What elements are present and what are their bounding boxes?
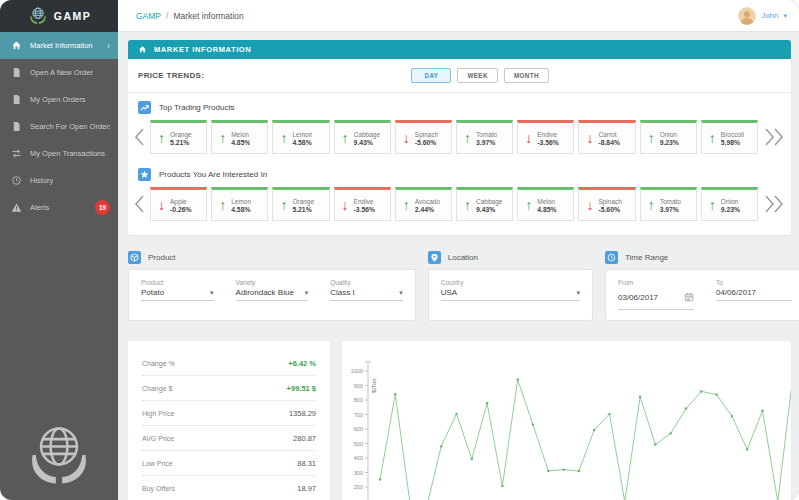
product-name: Cabbage bbox=[476, 198, 502, 205]
sidebar-item[interactable]: Alerts 19 bbox=[0, 194, 118, 221]
product-name: Orange bbox=[170, 131, 192, 138]
field-label: Country bbox=[441, 279, 580, 286]
product-ticker-card[interactable]: Onion 9.23% bbox=[701, 187, 758, 221]
sidebar-item-icon bbox=[11, 175, 22, 186]
sidebar-item[interactable]: Open A New Order bbox=[0, 59, 118, 86]
avatar bbox=[738, 7, 756, 25]
sidebar-item[interactable]: History bbox=[0, 167, 118, 194]
product-ticker-card[interactable]: Cabbage 9.43% bbox=[456, 187, 513, 221]
product-ticker-card[interactable]: Spinach -5.60% bbox=[578, 187, 635, 221]
sidebar-item[interactable]: My Open Orders bbox=[0, 86, 118, 113]
stat-label: High Price bbox=[142, 410, 174, 417]
trend-arrow-icon bbox=[158, 131, 165, 145]
field-value: Adirondack Blue bbox=[236, 288, 294, 297]
scroll-left-icon[interactable] bbox=[134, 193, 145, 215]
location-pin-icon bbox=[428, 251, 441, 264]
select-field[interactable]: Quality Class I ▾ bbox=[330, 279, 403, 310]
product-change-pct: 4.58% bbox=[292, 139, 312, 146]
period-button[interactable]: MONTH bbox=[504, 68, 549, 83]
product-ticker-card[interactable]: Onion 9.23% bbox=[640, 120, 697, 154]
sidebar-item-label: My Open Orders bbox=[30, 95, 110, 104]
period-button[interactable]: WEEK bbox=[457, 68, 498, 83]
stat-label: Buy Offers bbox=[142, 485, 175, 492]
product-change-pct: -5.60% bbox=[598, 206, 622, 213]
select-field[interactable]: Product Potato ▾ bbox=[141, 279, 214, 310]
product-ticker-card[interactable]: Tomato 3.97% bbox=[456, 120, 513, 154]
sidebar-item-label: Search For Open Orders bbox=[30, 122, 110, 131]
field-label: To bbox=[716, 279, 792, 286]
date-from-field[interactable]: From 03/06/2017 bbox=[618, 279, 694, 310]
product-name: Orange bbox=[292, 198, 314, 205]
product-ticker-card[interactable]: Avocado 2.44% bbox=[395, 187, 452, 221]
period-toggle-group: DAYWEEKMONTH bbox=[411, 68, 549, 83]
topbar: GAMP / Market information John ▾ bbox=[118, 0, 799, 32]
stat-row: Change $ +99.51 $ bbox=[142, 376, 316, 401]
svg-text:200: 200 bbox=[354, 484, 363, 490]
product-ticker-card[interactable]: Melon 4.85% bbox=[517, 187, 574, 221]
stat-row: Buy Offers 18.97 bbox=[142, 476, 316, 500]
svg-text:900: 900 bbox=[354, 383, 363, 389]
chevron-down-icon: ▾ bbox=[399, 289, 403, 297]
user-name: John bbox=[761, 11, 778, 20]
product-ticker-card[interactable]: Cabbage 9.43% bbox=[334, 120, 391, 154]
product-ticker-card[interactable]: Orange 5.21% bbox=[272, 187, 329, 221]
sidebar-item[interactable]: Market Information › bbox=[0, 32, 118, 59]
trend-arrow-icon bbox=[403, 198, 410, 212]
scroll-left-icon[interactable] bbox=[134, 126, 145, 148]
alerts-badge: 19 bbox=[95, 200, 110, 215]
chevron-down-icon: ▾ bbox=[576, 289, 580, 297]
product-name: Tomato bbox=[476, 131, 497, 138]
scroll-right-icon[interactable] bbox=[763, 193, 785, 215]
trend-arrow-icon bbox=[648, 198, 655, 212]
breadcrumb: GAMP / Market information bbox=[136, 11, 244, 21]
product-change-pct: 9.43% bbox=[476, 206, 502, 213]
breadcrumb-home-link[interactable]: GAMP bbox=[136, 11, 161, 21]
product-ticker-card[interactable]: Endive -3.56% bbox=[334, 187, 391, 221]
sidebar-item-icon bbox=[11, 148, 22, 159]
date-to-value: 04/06/2017 bbox=[716, 288, 756, 297]
section-header-bar: MARKET INFORMATION bbox=[128, 40, 791, 59]
sidebar-item[interactable]: My Open Transactions bbox=[0, 140, 118, 167]
select-field[interactable]: Country USA ▾ bbox=[441, 279, 580, 310]
product-change-pct: 2.44% bbox=[415, 206, 440, 213]
product-ticker-card[interactable]: Lemon 4.58% bbox=[272, 120, 329, 154]
period-button[interactable]: DAY bbox=[411, 68, 451, 83]
calendar-icon[interactable] bbox=[684, 288, 694, 306]
date-to-field[interactable]: To 04/06/2017 bbox=[716, 279, 792, 310]
price-line-chart: 1000900800700600500400300200$/Ton bbox=[346, 347, 791, 500]
product-ticker-card[interactable]: Apple -0.26% bbox=[150, 187, 207, 221]
stat-label: Change % bbox=[142, 360, 175, 367]
product-ticker-card[interactable]: Broccoli 5.98% bbox=[701, 120, 758, 154]
product-ticker-card[interactable]: Carrot -8.84% bbox=[578, 120, 635, 154]
stat-value: 1358.29 bbox=[289, 409, 316, 418]
product-name: Apple bbox=[170, 198, 192, 205]
scroll-right-icon[interactable] bbox=[763, 126, 785, 148]
sidebar-item-icon bbox=[11, 202, 22, 213]
time-range-panel-title: Time Range bbox=[625, 253, 668, 262]
product-ticker-card[interactable]: Melon 4.85% bbox=[211, 120, 268, 154]
app-logo[interactable]: GAMP bbox=[0, 0, 118, 32]
product-ticker-card[interactable]: Endive -3.56% bbox=[517, 120, 574, 154]
trend-arrow-icon bbox=[525, 131, 532, 145]
sidebar-item-label: Open A New Order bbox=[30, 68, 110, 77]
svg-text:400: 400 bbox=[354, 455, 363, 461]
product-ticker-card[interactable]: Tomato 3.97% bbox=[640, 187, 697, 221]
sidebar-item-icon bbox=[11, 67, 22, 78]
interested-header: Products You Are Interested In bbox=[128, 160, 791, 186]
product-name: Endive bbox=[354, 198, 376, 205]
sidebar-item[interactable]: Search For Open Orders bbox=[0, 113, 118, 140]
product-change-pct: 5.98% bbox=[721, 139, 744, 146]
product-name: Onion bbox=[721, 198, 740, 205]
stat-value: 280.87 bbox=[293, 434, 316, 443]
user-menu[interactable]: John ▾ bbox=[738, 7, 787, 25]
svg-text:700: 700 bbox=[354, 412, 363, 418]
sidebar-item-label: Market Information bbox=[30, 41, 99, 50]
sidebar-item-icon bbox=[11, 94, 22, 105]
product-change-pct: 3.97% bbox=[476, 139, 497, 146]
date-from-value: 03/06/2017 bbox=[618, 293, 658, 302]
product-ticker-card[interactable]: Lemon 4.58% bbox=[211, 187, 268, 221]
sidebar-item-label: History bbox=[30, 176, 110, 185]
product-ticker-card[interactable]: Orange 5.21% bbox=[150, 120, 207, 154]
product-ticker-card[interactable]: Spinach -5.60% bbox=[395, 120, 452, 154]
select-field[interactable]: Variety Adirondack Blue ▾ bbox=[236, 279, 309, 310]
